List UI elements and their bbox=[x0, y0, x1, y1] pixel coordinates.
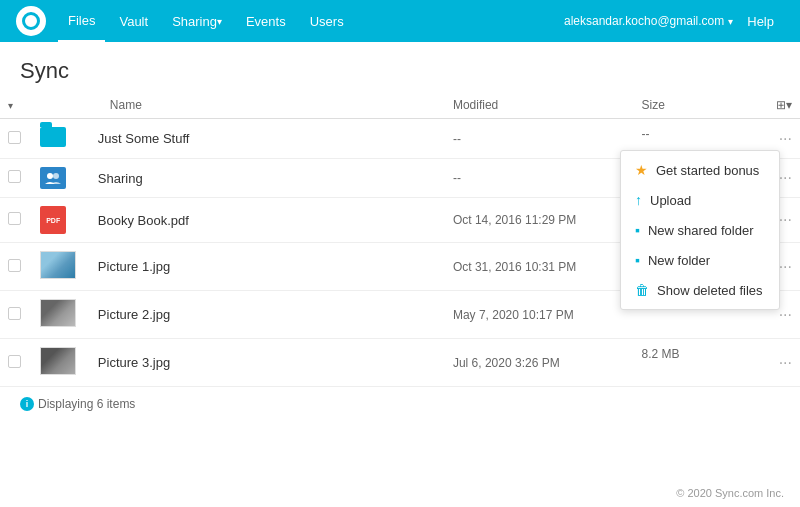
col-header-icon bbox=[32, 92, 90, 119]
row-modified: Oct 14, 2016 11:29 PM bbox=[445, 198, 634, 243]
row-size: -- bbox=[642, 127, 650, 141]
sort-arrow: ▾ bbox=[8, 100, 13, 111]
col-header-actions: ⊞▾ bbox=[733, 92, 800, 119]
col-header-size: Size bbox=[634, 92, 734, 119]
footer-text: © 2020 Sync.com Inc. bbox=[676, 487, 784, 499]
row-icon-cell: PDF bbox=[32, 198, 90, 243]
status-text: Displaying 6 items bbox=[38, 397, 135, 411]
row-icon-cell bbox=[32, 159, 90, 198]
row-icon-cell bbox=[32, 119, 90, 159]
menu-label-bonus: Get started bonus bbox=[656, 163, 759, 178]
row-checkbox[interactable] bbox=[8, 212, 21, 225]
row-name[interactable]: Picture 3.jpg bbox=[90, 339, 445, 387]
nav-files[interactable]: Files bbox=[58, 0, 105, 42]
table-header-row: ▾ Name Modified Size ⊞▾ bbox=[0, 92, 800, 119]
shared-folder-icon bbox=[40, 167, 66, 189]
menu-label-folder: New folder bbox=[648, 253, 710, 268]
image-thumb bbox=[40, 251, 76, 279]
menu-label-upload: Upload bbox=[650, 193, 691, 208]
nav-sharing[interactable]: Sharing ▾ bbox=[162, 0, 232, 42]
nav-vault[interactable]: Vault bbox=[109, 0, 158, 42]
row-size-cell: -- bbox=[634, 119, 734, 149]
nav-events[interactable]: Events bbox=[236, 0, 296, 42]
menu-show-deleted[interactable]: 🗑 Show deleted files bbox=[621, 275, 779, 305]
row-checkbox-cell bbox=[0, 339, 32, 387]
more-menu-button[interactable]: ··· bbox=[779, 169, 792, 186]
table-row: Picture 3.jpgJul 6, 2020 3:26 PM8.2 MB··… bbox=[0, 339, 800, 387]
nav-logo bbox=[16, 6, 46, 36]
more-menu-button[interactable]: ··· bbox=[779, 130, 792, 147]
user-dropdown-arrow: ▾ bbox=[728, 16, 733, 27]
menu-get-started-bonus[interactable]: ★ Get started bonus bbox=[621, 155, 779, 185]
row-checkbox-cell bbox=[0, 291, 32, 339]
shared-folder-icon: ▪ bbox=[635, 222, 640, 238]
bonus-icon: ★ bbox=[635, 162, 648, 178]
row-icon-cell bbox=[32, 243, 90, 291]
main-content: Sync ▾ Name Modified Size ⊞▾ Just Some S… bbox=[0, 42, 800, 507]
row-size-cell: 8.2 MB bbox=[634, 339, 734, 369]
logo-icon bbox=[22, 12, 40, 30]
image-thumb bbox=[40, 299, 76, 327]
col-header-modified: Modified bbox=[445, 92, 634, 119]
nav-users[interactable]: Users bbox=[300, 0, 354, 42]
footer: © 2020 Sync.com Inc. bbox=[660, 479, 800, 507]
row-icon-cell bbox=[32, 339, 90, 387]
context-menu: ★ Get started bonus ↑ Upload ▪ New share… bbox=[620, 150, 780, 310]
row-name[interactable]: Sharing bbox=[90, 159, 445, 198]
more-menu-button[interactable]: ··· bbox=[779, 211, 792, 228]
svg-point-0 bbox=[47, 173, 53, 179]
deleted-icon: 🗑 bbox=[635, 282, 649, 298]
folder-icon bbox=[40, 127, 66, 147]
menu-label-shared: New shared folder bbox=[648, 223, 754, 238]
row-modified: May 7, 2020 10:17 PM bbox=[445, 291, 634, 339]
row-icon-cell bbox=[32, 291, 90, 339]
navbar: Files Vault Sharing ▾ Events Users aleks… bbox=[0, 0, 800, 42]
help-link[interactable]: Help bbox=[737, 14, 784, 29]
menu-new-shared-folder[interactable]: ▪ New shared folder bbox=[621, 215, 779, 245]
more-menu-button[interactable]: ··· bbox=[779, 354, 792, 371]
svg-point-1 bbox=[53, 173, 59, 179]
row-checkbox-cell bbox=[0, 198, 32, 243]
pdf-icon: PDF bbox=[40, 206, 66, 234]
row-checkbox-cell bbox=[0, 119, 32, 159]
more-menu-button[interactable]: ··· bbox=[779, 306, 792, 323]
view-icon[interactable]: ⊞▾ bbox=[776, 98, 792, 112]
menu-upload[interactable]: ↑ Upload bbox=[621, 185, 779, 215]
image-thumb bbox=[40, 347, 76, 375]
row-modified: Oct 31, 2016 10:31 PM bbox=[445, 243, 634, 291]
row-modified: -- bbox=[445, 159, 634, 198]
row-checkbox[interactable] bbox=[8, 259, 21, 272]
row-checkbox[interactable] bbox=[8, 131, 21, 144]
row-checkbox[interactable] bbox=[8, 307, 21, 320]
row-checkbox-cell bbox=[0, 159, 32, 198]
sharing-dropdown-arrow: ▾ bbox=[217, 16, 222, 27]
upload-icon: ↑ bbox=[635, 192, 642, 208]
row-checkbox[interactable] bbox=[8, 170, 21, 183]
row-modified: -- bbox=[445, 119, 634, 159]
col-header-check: ▾ bbox=[0, 92, 32, 119]
row-size: 8.2 MB bbox=[642, 347, 680, 361]
menu-label-deleted: Show deleted files bbox=[657, 283, 763, 298]
row-actions-cell: ··· bbox=[733, 339, 800, 387]
more-menu-button[interactable]: ··· bbox=[779, 258, 792, 275]
page-title: Sync bbox=[0, 42, 800, 92]
new-folder-icon: ▪ bbox=[635, 252, 640, 268]
row-name[interactable]: Just Some Stuff bbox=[90, 119, 445, 159]
row-checkbox-cell bbox=[0, 243, 32, 291]
status-bar: i Displaying 6 items bbox=[0, 387, 800, 421]
row-name[interactable]: Booky Book.pdf bbox=[90, 198, 445, 243]
row-modified: Jul 6, 2020 3:26 PM bbox=[445, 339, 634, 387]
row-checkbox[interactable] bbox=[8, 355, 21, 368]
row-name[interactable]: Picture 1.jpg bbox=[90, 243, 445, 291]
user-email[interactable]: aleksandar.kocho@gmail.com ▾ bbox=[564, 14, 733, 28]
row-name[interactable]: Picture 2.jpg bbox=[90, 291, 445, 339]
menu-new-folder[interactable]: ▪ New folder bbox=[621, 245, 779, 275]
info-icon: i bbox=[20, 397, 34, 411]
col-header-name: Name bbox=[90, 92, 445, 119]
